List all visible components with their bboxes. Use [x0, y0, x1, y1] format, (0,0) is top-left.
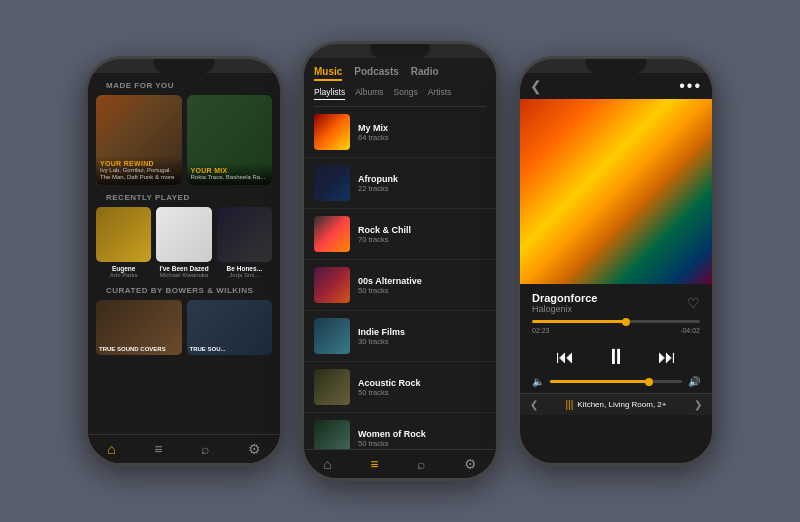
pl-name-4: Indie Films	[358, 327, 486, 337]
curated-item-label-2: TRUE SOU...	[190, 346, 226, 352]
pl-name-3: 00s Alternative	[358, 276, 486, 286]
pl-info-rock: Rock & Chill 70 tracks	[358, 225, 486, 244]
made-for-you-section: MADE FOR YOU YOUR REWIND Ivy Lab, Gorril…	[88, 81, 280, 185]
output-waves-icon: |||	[566, 399, 574, 410]
phone-center: Music Podcasts Radio Playlists Albums So…	[301, 41, 499, 481]
recently-played-section: RECENTLY PLAYED Eugene Arlo Parks I've B…	[88, 193, 280, 278]
rp-name-2: I've Been Dazed	[156, 265, 211, 272]
list-item[interactable]: My Mix 64 tracks	[304, 107, 496, 158]
output-chevron-right-icon: ❯	[694, 399, 702, 410]
pl-tracks-6: 50 tracks	[358, 439, 486, 448]
volume-bar-container: 🔈 🔊	[520, 376, 712, 387]
rp-thumb-2	[156, 207, 211, 262]
chevron-down-icon[interactable]: ❮	[530, 78, 542, 94]
curated-item-1[interactable]: TRUE SOUND COVERS	[96, 300, 182, 355]
list-item[interactable]: Rock & Chill 70 tracks	[304, 209, 496, 260]
volume-track[interactable]	[550, 380, 682, 383]
pl-info-women: Women of Rock 50 tracks	[358, 429, 486, 448]
mix-title: YOUR MIX	[191, 167, 269, 174]
more-options-icon[interactable]: •••	[679, 77, 702, 95]
center-screen: Music Podcasts Radio Playlists Albums So…	[304, 58, 496, 478]
rewind-card[interactable]: YOUR REWIND Ivy Lab, Gorrilaz, Portugal.…	[96, 95, 182, 185]
list-item[interactable]: 00s Alternative 50 tracks	[304, 260, 496, 311]
progress-bar-container: 02:23 -04:02	[520, 320, 712, 334]
tab-radio[interactable]: Radio	[411, 66, 439, 81]
track-details: Dragonforce Halogenix	[532, 292, 597, 314]
rp-name-3: Be Hones...	[217, 265, 272, 272]
notch-center	[370, 44, 430, 58]
made-for-you-label: MADE FOR YOU	[96, 81, 272, 95]
pl-tracks-4: 30 tracks	[358, 337, 486, 346]
subtab-albums[interactable]: Albums	[355, 87, 383, 100]
pl-thumb-mymix	[314, 114, 350, 150]
right-screen: ❮ ••• Dragonforce Halogenix ♡	[520, 73, 712, 463]
time-labels: 02:23 -04:02	[532, 327, 700, 334]
bottom-nav-left: ⌂ ≡ ⌕ ⚙	[88, 434, 280, 463]
progress-knob	[622, 318, 630, 326]
tab-music[interactable]: Music	[314, 66, 342, 81]
volume-fill	[550, 380, 649, 383]
nav-library-left[interactable]: ≡	[154, 441, 162, 457]
nav-home-left[interactable]: ⌂	[107, 441, 115, 457]
list-item[interactable]: Acoustic Rock 50 tracks	[304, 362, 496, 413]
pl-thumb-rock	[314, 216, 350, 252]
curated-label: CURATED BY BOWERS & WILKINS	[96, 286, 272, 300]
rp-thumb-1	[96, 207, 151, 262]
subtab-playlists[interactable]: Playlists	[314, 87, 345, 100]
mfy-cards: YOUR REWIND Ivy Lab, Gorrilaz, Portugal.…	[96, 95, 272, 185]
curated-section: CURATED BY BOWERS & WILKINS TRUE SOUND C…	[88, 286, 280, 355]
recently-played-label: RECENTLY PLAYED	[96, 193, 272, 207]
nav-search-left[interactable]: ⌕	[201, 441, 209, 457]
output-bar[interactable]: ❮ ||| Kitchen, Living Room, 2+ ❯	[520, 393, 712, 415]
rp-artist-2: Michael Kiwanuka	[156, 272, 211, 278]
nav-settings-left[interactable]: ⚙	[248, 441, 261, 457]
nav-settings-center[interactable]: ⚙	[464, 456, 477, 472]
heart-icon[interactable]: ♡	[687, 295, 700, 311]
volume-high-icon: 🔊	[688, 376, 700, 387]
pl-tracks-2: 70 tracks	[358, 235, 486, 244]
rp-name-1: Eugene	[96, 265, 151, 272]
track-artist: Halogenix	[532, 304, 597, 314]
curated-grid: TRUE SOUND COVERS TRUE SOU...	[96, 300, 272, 355]
pl-thumb-acoustic	[314, 369, 350, 405]
pl-tracks-0: 64 tracks	[358, 133, 486, 142]
pl-thumb-00s	[314, 267, 350, 303]
player-controls: ⏮ ⏸ ⏭	[520, 338, 712, 376]
tab-podcasts[interactable]: Podcasts	[354, 66, 398, 81]
pl-tracks-1: 22 tracks	[358, 184, 486, 193]
subtab-artists[interactable]: Artists	[428, 87, 452, 100]
pl-thumb-afropunk	[314, 165, 350, 201]
current-time: 02:23	[532, 327, 550, 334]
pl-info-mymix: My Mix 64 tracks	[358, 123, 486, 142]
playlist-list: My Mix 64 tracks Afropunk 22 tracks Rock…	[304, 107, 496, 478]
now-playing-header: ❮ •••	[520, 73, 712, 99]
top-tabs: Music Podcasts Radio Playlists Albums So…	[304, 58, 496, 107]
track-title: Dragonforce	[532, 292, 597, 304]
mix-card[interactable]: YOUR MIX Rokia Trace, Basheela Ra...	[187, 95, 273, 185]
list-item[interactable]: Indie Films 30 tracks	[304, 311, 496, 362]
list-item[interactable]: Afropunk 22 tracks	[304, 158, 496, 209]
mix-overlay: YOUR MIX Rokia Trace, Basheela Ra...	[187, 163, 273, 185]
next-button[interactable]: ⏭	[658, 347, 676, 368]
pl-info-00s: 00s Alternative 50 tracks	[358, 276, 486, 295]
total-time: -04:02	[680, 327, 700, 334]
pl-info-acoustic: Acoustic Rock 50 tracks	[358, 378, 486, 397]
progress-track[interactable]	[532, 320, 700, 323]
list-item[interactable]: I've Been Dazed Michael Kiwanuka	[156, 207, 211, 278]
phone-left: MADE FOR YOU YOUR REWIND Ivy Lab, Gorril…	[85, 56, 283, 466]
pl-name-5: Acoustic Rock	[358, 378, 486, 388]
subtab-songs[interactable]: Songs	[394, 87, 418, 100]
nav-library-center[interactable]: ≡	[370, 456, 378, 472]
nav-home-center[interactable]: ⌂	[323, 456, 331, 472]
curated-item-2[interactable]: TRUE SOU...	[187, 300, 273, 355]
prev-button[interactable]: ⏮	[556, 347, 574, 368]
volume-row: 🔈 🔊	[532, 376, 700, 387]
left-screen: MADE FOR YOU YOUR REWIND Ivy Lab, Gorril…	[88, 73, 280, 463]
player-info: Dragonforce Halogenix ♡	[520, 284, 712, 320]
list-item[interactable]: Eugene Arlo Parks	[96, 207, 151, 278]
pause-button[interactable]: ⏸	[605, 344, 627, 370]
pl-name-0: My Mix	[358, 123, 486, 133]
list-item[interactable]: Be Hones... Jorja Smi...	[217, 207, 272, 278]
nav-search-center[interactable]: ⌕	[417, 456, 425, 472]
sub-tabs: Playlists Albums Songs Artists	[314, 87, 486, 100]
